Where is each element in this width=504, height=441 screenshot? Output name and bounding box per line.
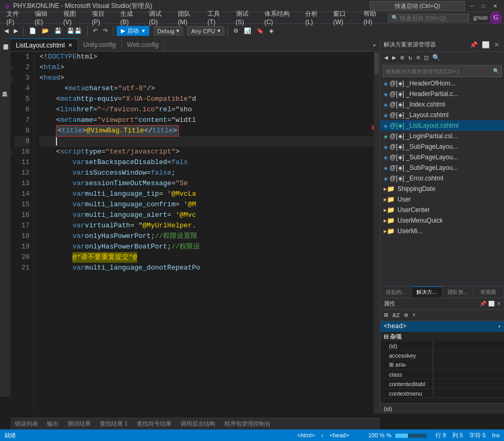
menu-file[interactable]: 文件(F) — [2, 8, 31, 27]
sol-btn-properties[interactable]: ⚙ — [398, 53, 405, 62]
props-pin[interactable]: 📌 — [480, 301, 486, 306]
ln-12: 12 — [15, 168, 30, 178]
btab-testresults[interactable]: 测试结果 — [63, 418, 95, 429]
tree-item-shipping[interactable]: ▸📁 ShippingDate — [381, 184, 504, 194]
start-debug-button[interactable]: ▶ 启动 ▾ — [117, 26, 149, 36]
sol-btn-collapse[interactable]: ◫ — [423, 53, 430, 62]
rtab-pending[interactable]: 挂起的... — [381, 286, 412, 298]
maximize-button[interactable]: □ — [479, 1, 488, 11]
code-area[interactable]: <!DOCTYPE html> <html> <head> <meta char… — [34, 52, 374, 414]
sol-btn-search[interactable]: 🔍 — [431, 53, 442, 62]
props-btn-alpha[interactable]: az — [391, 311, 401, 320]
solution-search-input[interactable] — [385, 69, 493, 74]
props-btn-events[interactable]: ⚡ — [411, 311, 417, 320]
tab-web[interactable]: Web.config — [122, 39, 165, 51]
sol-btn-filter[interactable]: ⊘ — [415, 53, 422, 62]
tab-listlayout-close[interactable]: ✕ — [68, 42, 72, 48]
menu-tools[interactable]: 工具(T) — [203, 8, 232, 27]
btab-findsymbol[interactable]: 查找符号结果 — [132, 418, 176, 429]
tree-item-index[interactable]: ◈ @[◈] _Index.cshtml — [381, 99, 504, 110]
toolbar-new[interactable]: 📄 — [27, 26, 39, 35]
toolbar-open[interactable]: 📂 — [40, 26, 51, 35]
sol-btn-forward[interactable]: ▶ — [391, 53, 397, 62]
toolbar-redo[interactable]: ↷ — [101, 26, 110, 35]
zoom-slider[interactable] — [395, 434, 427, 438]
menu-debug[interactable]: 调试(D) — [145, 8, 174, 27]
btab-errors[interactable]: 错误列表 — [11, 418, 42, 429]
menu-help[interactable]: 帮助(H) — [359, 8, 388, 27]
tree-item-subpage1[interactable]: ◈ @[◈] _SubPageLayou... — [381, 141, 504, 152]
scrollbar-thumb[interactable] — [375, 53, 379, 74]
tree-item-user[interactable]: ▸📁 User — [381, 194, 504, 205]
editor-scrollbar[interactable] — [374, 52, 380, 414]
sidebar-server-explorer[interactable]: 服务器资源管理器 — [1, 40, 10, 72]
menu-test[interactable]: 测试(S) — [232, 8, 260, 27]
sol-btn-back[interactable]: ◀ — [383, 53, 389, 62]
toolbar-forward[interactable]: ▶ — [12, 26, 20, 35]
tree-item-subpage2[interactable]: ◈ @[◈] _SubPageLayou... — [381, 152, 504, 162]
props-expand[interactable]: ⬜ — [488, 301, 495, 306]
expand-10[interactable]: □ — [11, 148, 11, 159]
sidebar-toolbox[interactable]: 工具箱 — [1, 77, 10, 98]
toolbar-attach[interactable]: ⚙ — [231, 26, 241, 35]
menu-arch[interactable]: 体系结构(C) — [260, 8, 301, 27]
toolbar-bookmark[interactable]: 🔖 — [254, 26, 266, 35]
btab-callhier[interactable]: 调用层次结构 — [176, 418, 220, 429]
btab-output[interactable]: 输出 — [43, 418, 63, 429]
menu-analyze[interactable]: 分析(L) — [301, 8, 329, 27]
quick-launch-input[interactable] — [400, 15, 463, 21]
tree-item-usermi[interactable]: ▸📁 UserMi... — [381, 226, 504, 236]
props-btn-sort[interactable]: ⊞ — [383, 311, 389, 320]
tree-item-usermenquick[interactable]: ▸📁 UserMenuQuick — [381, 215, 504, 226]
tree-item-error[interactable]: ◈ @[◈] _Error.cshtml — [381, 173, 504, 184]
toolbar-undo[interactable]: ↶ — [91, 26, 100, 35]
btab-findresults1[interactable]: 查找结果 1 — [96, 418, 132, 429]
menu-window[interactable]: 窗口(W) — [329, 8, 359, 27]
panel-expand[interactable]: ⬜ — [480, 41, 491, 49]
menu-project[interactable]: 项目(P) — [88, 8, 116, 27]
start-dropdown-icon[interactable]: ▾ — [142, 27, 145, 34]
toolbar-back[interactable]: ◀ — [2, 26, 11, 35]
menu-view[interactable]: 视图(V) — [59, 8, 88, 27]
tab-scroll-right[interactable]: ▸ — [369, 39, 380, 51]
tab-unity[interactable]: Unity.config — [78, 39, 122, 51]
rtab-solution[interactable]: 解决方... — [412, 286, 443, 298]
close-button[interactable]: ✕ — [490, 1, 500, 11]
menu-build[interactable]: 生成(B) — [116, 8, 145, 27]
tree-item-headerofhom[interactable]: ◈ @[◈] _HeaderOfHom... — [381, 78, 504, 89]
tree-item-listlayout[interactable]: ◈ @[◈] _ListLayout.cshtml — [381, 120, 504, 131]
props-close[interactable]: ✕ — [497, 301, 501, 306]
props-dropdown[interactable]: ▾ — [498, 323, 501, 330]
category-expand[interactable]: ⊟ — [384, 333, 388, 340]
solution-search[interactable]: 🔍 — [383, 65, 502, 77]
tree-item-headerpartial[interactable]: ◈ @[◈] _HeaderPartial.c... — [381, 89, 504, 99]
menu-bar: 文件(F) 编辑(E) 视图(V) 项目(P) 生成(B) 调试(D) 团队(M… — [0, 12, 504, 23]
debug-config-dropdown[interactable]: Debug ▾ — [154, 26, 183, 35]
tab-listlayout[interactable]: ListLayout.cshtml ✕ — [11, 39, 78, 51]
tree-item-usercenter[interactable]: ▸📁 UserCenter — [381, 205, 504, 215]
status-row: 行 9 — [435, 432, 446, 439]
minimize-button[interactable]: ─ — [467, 1, 477, 11]
status-zoom[interactable]: 100 % % — [368, 432, 429, 438]
panel-close[interactable]: ✕ — [492, 41, 501, 49]
panel-pin[interactable]: 📌 — [468, 41, 479, 49]
toolbar-save[interactable]: 💾 — [52, 26, 64, 35]
expand-2[interactable]: □ — [11, 64, 12, 74]
tree-item-subpage3[interactable]: ◈ @[◈] _SubPageLayou... — [381, 162, 504, 173]
props-btn-props[interactable]: ⚙ — [403, 311, 410, 320]
tree-item-layout[interactable]: ◈ @[◈] _Layout.cshtml — [381, 110, 504, 120]
toolbar-perf[interactable]: 📊 — [242, 26, 253, 35]
user-avatar[interactable]: G — [490, 12, 502, 24]
quick-launch-box[interactable]: 🔍 — [388, 14, 469, 22]
menu-edit[interactable]: 编辑(E) — [31, 8, 59, 27]
toolbar-nav[interactable]: ◈ — [267, 26, 275, 35]
toolbar-save-all[interactable]: 💾💾 — [65, 26, 84, 35]
tree-item-loginpartial[interactable]: ◈ @[◈] _LoginPartial.csl... — [381, 131, 504, 141]
cpu-dropdown[interactable]: Any CPU ▾ — [187, 26, 224, 35]
btab-pkgconsole[interactable]: 程序包管理控制台 — [220, 418, 275, 429]
rtab-team[interactable]: 团队资... — [442, 286, 473, 298]
expand-3[interactable]: □ — [11, 74, 12, 85]
menu-team[interactable]: 团队(M) — [174, 8, 203, 27]
rtab-classview[interactable]: 类视图 — [473, 286, 505, 298]
sol-btn-refresh[interactable]: ↻ — [407, 53, 414, 62]
